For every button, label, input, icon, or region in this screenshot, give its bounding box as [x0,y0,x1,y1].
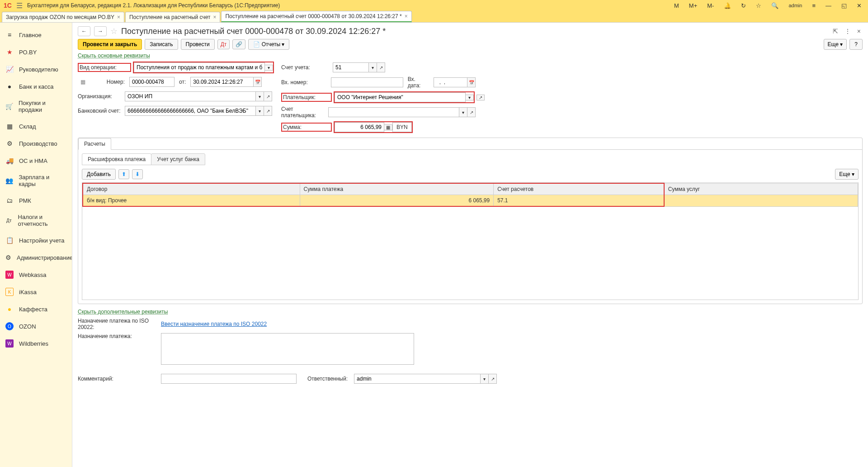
cell-contract[interactable]: б/н вид: Прочее [83,195,300,207]
favorite-star-icon[interactable]: ☆ [110,26,118,36]
payer-input[interactable] [335,92,466,102]
add-button[interactable]: Добавить [82,169,116,180]
sidebar-item-manager[interactable]: 📈Руководителю [0,61,72,78]
inner-tab-bank-svc[interactable]: Учет услуг банка [151,153,205,165]
responsible-open-icon[interactable]: ↗ [489,374,497,384]
bank-acc-open-icon[interactable]: ↗ [264,106,272,116]
help-button[interactable]: ? [849,39,863,50]
table-more-button[interactable]: Еще ▾ [835,169,859,180]
sidebar-item-assets[interactable]: 🚚ОС и НМА [0,152,72,169]
hide-extra-link[interactable]: Скрыть дополнительные реквизиты [78,309,168,315]
minimize-icon[interactable]: — [823,2,834,9]
sidebar-item-tax[interactable]: ДтНалоги и отчетность [0,209,72,232]
payer-acc-dropdown-icon[interactable]: ▾ [459,107,467,117]
save-button[interactable]: Записать [145,39,178,50]
date-input[interactable] [190,77,254,87]
move-down-button[interactable]: ⬇ [132,169,143,179]
sidebar-item-ikassa[interactable]: KiKassa [0,283,72,300]
m-minus-button[interactable]: M- [704,2,717,9]
post-button[interactable]: Провести [181,39,215,50]
col-svc[interactable]: Сумма услуг [664,183,858,195]
bell-icon[interactable]: 🔔 [721,2,734,9]
back-button[interactable]: ← [78,26,90,36]
sidebar-item-settings[interactable]: 📋Настройки учета [0,232,72,249]
comment-input[interactable] [161,374,297,384]
main-menu-icon[interactable]: ☰ [16,1,23,10]
sum-calc-icon[interactable]: ▦ [384,124,392,130]
open-window-icon[interactable]: ⇱ [831,27,840,36]
purpose-textarea[interactable] [161,333,414,365]
doc-tab-1-close-icon[interactable]: × [117,14,120,20]
doc-tab-3[interactable]: Поступление на расчетный счет 0000-00047… [221,11,411,22]
user-label[interactable]: admin [786,3,805,8]
table-row[interactable]: б/н вид: Прочее 6 065,99 57.1 [83,195,858,207]
bank-acc-input[interactable] [125,106,256,116]
sidebar-item-roby[interactable]: ★РО.BY [0,43,72,61]
dt-kt-button[interactable]: Дт [217,39,230,49]
bank-acc-dropdown-icon[interactable]: ▾ [256,106,264,116]
close-icon[interactable]: ✕ [854,2,864,9]
doc-tab-2-close-icon[interactable]: × [213,14,216,20]
search-icon[interactable]: 🔍 [769,2,781,9]
acc-open-icon[interactable]: ↗ [377,62,385,72]
sidebar-item-admin[interactable]: ⚙Администрирование [0,249,72,266]
sidebar-item-webkassa[interactable]: WWebkassa [0,266,72,283]
doc-tab-3-close-icon[interactable]: × [405,13,408,19]
sidebar-item-production[interactable]: ⚙Производство [0,135,72,152]
payer-acc-input[interactable] [328,107,459,117]
sidebar-item-main[interactable]: ≡Главное [0,26,72,43]
sidebar-item-bank[interactable]: ●Банк и касса [0,78,72,95]
col-acc[interactable]: Счет расчетов [494,183,664,195]
link-button[interactable]: 🔗 [232,39,245,49]
sidebar-item-rmk[interactable]: 🗂РМК [0,192,72,209]
sidebar-item-ozon[interactable]: OOZON [0,318,72,335]
org-input[interactable] [125,91,256,101]
iso-link[interactable]: Ввести назначение платежа по ISO 20022 [161,321,267,327]
acc-dropdown-icon[interactable]: ▾ [369,62,377,72]
history-icon[interactable]: ↻ [738,2,749,9]
star-icon[interactable]: ☆ [753,2,764,9]
op-type-input[interactable] [134,62,265,72]
more-button[interactable]: Еще ▾ [824,39,847,50]
settings-icon[interactable]: ≡ [809,2,818,9]
acc-input[interactable] [333,62,369,72]
close-doc-icon[interactable]: × [855,27,863,36]
sidebar-item-warehouse[interactable]: ▦Склад [0,118,72,135]
col-sum[interactable]: Сумма платежа [300,183,494,195]
date-picker-icon[interactable]: 📅 [254,77,262,87]
ext-date-input[interactable] [434,77,467,87]
m-button[interactable]: M [671,2,682,9]
cell-sum[interactable]: 6 065,99 [300,195,494,207]
op-type-dropdown-icon[interactable]: ▾ [265,65,273,71]
cell-svc[interactable] [664,195,858,207]
org-dropdown-icon[interactable]: ▾ [256,91,264,101]
sum-input[interactable] [335,122,384,132]
forward-button[interactable]: → [94,26,107,36]
hide-main-link[interactable]: Скрыть основные реквизиты [78,52,150,59]
sidebar-item-salary[interactable]: 👥Зарплата и кадры [0,169,72,192]
org-open-icon[interactable]: ↗ [264,91,272,101]
responsible-dropdown-icon[interactable]: ▾ [481,374,489,384]
ext-number-input[interactable] [331,77,403,87]
sidebar-item-kaffesta[interactable]: ●Каффеста [0,300,72,318]
sidebar-item-sales[interactable]: 🛒Покупки и продажи [0,95,72,118]
inner-tab-decode[interactable]: Расшифровка платежа [82,153,151,165]
maximize-icon[interactable]: ◱ [839,2,849,9]
reports-button[interactable]: 📄 Отчеты ▾ [248,39,289,50]
payer-open-icon[interactable]: ↗ [476,95,485,100]
payer-acc-open-icon[interactable]: ↗ [467,107,476,117]
post-close-button[interactable]: Провести и закрыть [78,39,142,50]
responsible-input[interactable] [354,374,481,384]
doc-tab-2[interactable]: Поступление на расчетный счет × [125,12,221,22]
payer-dropdown-icon[interactable]: ▾ [466,95,474,100]
number-input[interactable] [129,77,175,87]
tab-calc[interactable]: Расчеты [78,138,111,150]
kebab-icon[interactable]: ⋮ [843,27,853,36]
cell-acc[interactable]: 57.1 [494,195,664,207]
move-up-button[interactable]: ⬆ [118,169,129,179]
doc-tab-1[interactable]: Загрузка продаж OZON по месяцам РО.BY × [2,12,124,22]
col-contract[interactable]: Договор [83,183,300,195]
ext-date-picker-icon[interactable]: 📅 [467,77,476,87]
m-plus-button[interactable]: M+ [686,2,700,9]
sidebar-item-wildberries[interactable]: WWildberries [0,335,72,352]
